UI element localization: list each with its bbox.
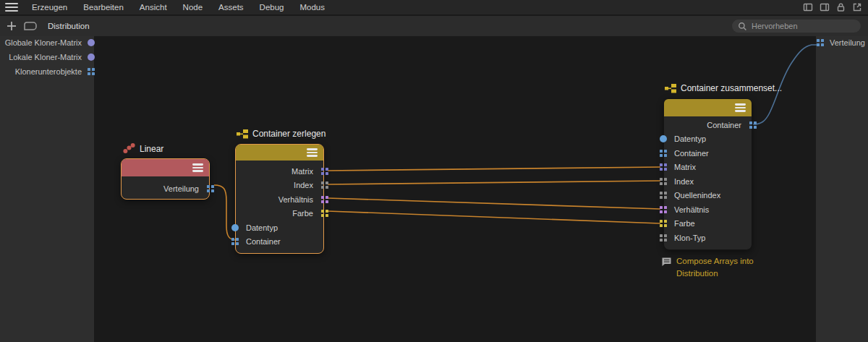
port-grid-icon[interactable] — [749, 121, 757, 129]
wire-linear-to-container[interactable] — [214, 185, 237, 240]
lock-icon[interactable] — [836, 2, 846, 12]
container-compose-icon — [665, 83, 677, 93]
port-row-container[interactable]: Container — [664, 146, 752, 161]
add-tab-icon[interactable] — [6, 20, 17, 32]
port-circle-icon[interactable] — [660, 135, 667, 142]
tab-distribution[interactable]: Distribution — [48, 22, 90, 30]
graph-outputs-panel — [816, 36, 868, 342]
port-label: Verteilung — [163, 184, 199, 193]
menu-item-node[interactable]: Node — [175, 0, 211, 15]
port-label: Verhältnis — [674, 205, 709, 214]
graph-output-verteilung[interactable]: Verteilung — [817, 38, 865, 47]
node-title-text: Container zerlegen — [252, 129, 326, 139]
node-title-linear[interactable]: Linear — [123, 143, 163, 154]
window-controls — [803, 2, 868, 12]
menu-item-assets[interactable]: Assets — [210, 0, 252, 15]
port-circle-icon[interactable] — [231, 224, 239, 231]
node-menu-icon[interactable] — [192, 163, 203, 172]
port-label: Klonerunterobjekte — [15, 67, 82, 76]
search-input[interactable] — [752, 22, 853, 30]
node-header[interactable] — [236, 145, 323, 161]
port-row-farbe[interactable]: Farbe — [236, 207, 323, 221]
graph-input-klonerunterobjekte[interactable]: Klonerunterobjekte — [0, 67, 95, 76]
graph-input-lokale-kloner-matrix[interactable]: Lokale Kloner-Matrix — [0, 53, 95, 61]
port-grid-icon[interactable] — [321, 181, 328, 189]
comment-icon — [661, 257, 672, 267]
pop-out-icon[interactable] — [852, 2, 862, 12]
menu-item-ansicht[interactable]: Ansicht — [132, 0, 175, 15]
port-label: Datentyp — [674, 134, 706, 143]
menu-item-erzeugen[interactable]: Erzeugen — [24, 0, 75, 15]
node-title-text: Container zusammenset... — [681, 83, 782, 93]
node-menu-icon[interactable] — [307, 148, 318, 157]
node-header[interactable] — [122, 159, 209, 176]
distribution-dots-icon — [123, 143, 136, 154]
port-grid-icon[interactable] — [660, 150, 667, 157]
node-title-container-zerlegen[interactable]: Container zerlegen — [237, 129, 326, 139]
port-row-container[interactable]: Container — [236, 235, 323, 249]
port-row-klon-typ[interactable]: Klon-Typ — [664, 231, 752, 245]
menu-item-modus[interactable]: Modus — [292, 0, 333, 15]
port-grid-icon[interactable] — [660, 163, 667, 171]
port-circle-icon[interactable] — [88, 54, 95, 61]
split-view-right-icon[interactable] — [820, 2, 830, 12]
port-label: Verteilung — [830, 38, 865, 47]
node-header[interactable] — [664, 99, 752, 116]
port-row-index[interactable]: Index — [236, 179, 323, 193]
port-label: Index — [674, 177, 694, 186]
port-grid-icon[interactable] — [660, 234, 667, 241]
split-view-left-icon[interactable] — [803, 2, 813, 12]
menu-item-debug[interactable]: Debug — [252, 0, 292, 15]
port-label: Lokale Kloner-Matrix — [9, 53, 82, 61]
menu-item-bearbeiten[interactable]: Bearbeiten — [75, 0, 132, 15]
port-grid-icon[interactable] — [660, 192, 667, 199]
port-row-verteilung[interactable]: Verteilung — [122, 179, 209, 197]
port-grid-icon[interactable] — [207, 185, 214, 192]
menu-bar: Erzeugen Bearbeiten Ansicht Node Assets … — [0, 0, 868, 15]
port-row-quellenindex[interactable]: Quellenindex — [664, 189, 752, 203]
node-title-container-zusammensetzen[interactable]: Container zusammenset... — [665, 83, 782, 93]
node-canvas[interactable]: Globale Kloner-Matrix Lokale Kloner-Matr… — [0, 36, 868, 342]
port-grid-icon[interactable] — [817, 39, 824, 46]
port-grid-icon[interactable] — [321, 210, 328, 217]
port-label: Container — [246, 237, 281, 246]
port-row-matrix[interactable]: Matrix — [664, 161, 752, 175]
port-row-container[interactable]: Container — [664, 118, 752, 132]
port-circle-icon[interactable] — [88, 39, 95, 46]
wire-farbe[interactable] — [328, 211, 660, 223]
port-row-verh-ltnis[interactable]: Verhältnis — [664, 202, 752, 217]
node-title-text: Linear — [140, 144, 163, 154]
comment-text: Compose Arrays into Distribution — [676, 255, 772, 280]
port-grid-icon[interactable] — [660, 220, 667, 227]
port-row-farbe[interactable]: Farbe — [664, 217, 752, 231]
node-container-zusammensetzen[interactable]: ContainerDatentypContainerMatrixIndexQue… — [663, 98, 752, 250]
port-grid-icon[interactable] — [321, 168, 328, 175]
port-label: Verhältnis — [278, 195, 313, 204]
wire-matrix[interactable] — [328, 167, 660, 171]
port-grid-icon[interactable] — [88, 68, 95, 75]
port-grid-icon[interactable] — [660, 206, 667, 213]
wire-index[interactable] — [328, 181, 660, 184]
port-grid-icon[interactable] — [660, 178, 667, 185]
graph-toolbar: Distribution — [0, 16, 868, 36]
graph-input-global-kloner-matrix[interactable]: Globale Kloner-Matrix — [0, 38, 95, 47]
port-row-datentyp[interactable]: Datentyp — [236, 221, 323, 235]
port-grid-icon[interactable] — [231, 238, 239, 245]
port-label: Globale Kloner-Matrix — [5, 38, 82, 47]
hamburger-icon[interactable] — [5, 3, 18, 12]
port-row-verh-ltnis[interactable]: Verhältnis — [236, 192, 323, 207]
node-container-zerlegen[interactable]: MatrixIndexVerhältnisFarbeDatentypContai… — [235, 144, 324, 254]
port-row-matrix[interactable]: Matrix — [236, 164, 323, 179]
port-label: Farbe — [674, 219, 695, 228]
port-row-datentyp[interactable]: Datentyp — [664, 132, 752, 147]
port-grid-icon[interactable] — [321, 196, 328, 203]
node-menu-icon[interactable] — [735, 103, 746, 112]
highlight-search[interactable] — [732, 20, 861, 33]
node-comment[interactable]: Compose Arrays into Distribution — [661, 255, 772, 280]
tab-shape-icon[interactable] — [23, 21, 38, 31]
graph-inputs-panel — [0, 36, 94, 342]
port-row-index[interactable]: Index — [664, 174, 752, 189]
port-label: Farbe — [292, 209, 313, 218]
wire-verhaeltnis[interactable] — [328, 198, 660, 209]
node-linear[interactable]: Verteilung — [121, 158, 210, 200]
